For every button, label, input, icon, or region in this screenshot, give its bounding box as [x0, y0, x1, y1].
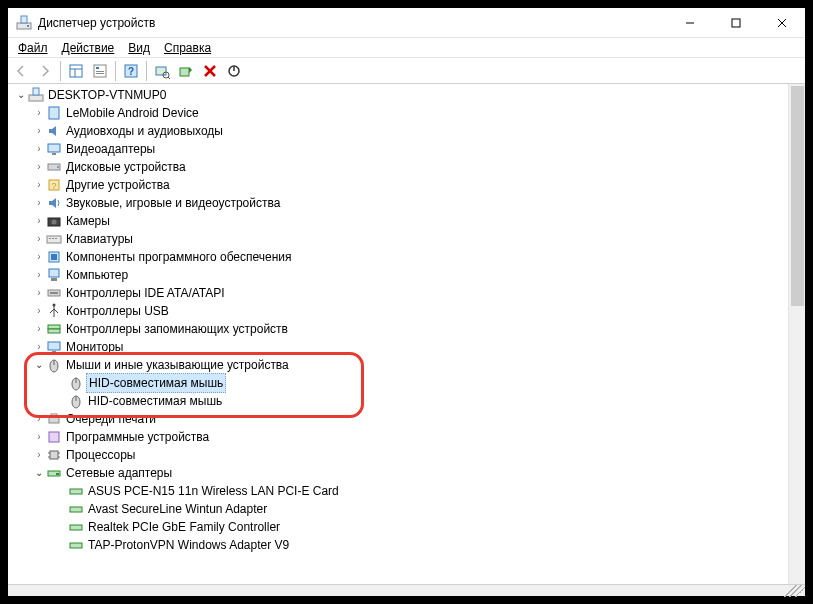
svg-rect-43 [50, 292, 58, 294]
tree-label: LeMobile Android Device [66, 104, 199, 122]
tree-category[interactable]: ›Контроллеры запоминающих устройств [10, 320, 788, 338]
device-tree[interactable]: ⌄ DESKTOP-VTNMUP0 ›LeMobile Android Devi… [8, 84, 788, 584]
vertical-scrollbar[interactable] [788, 84, 805, 584]
chevron-down-icon[interactable]: ⌄ [32, 464, 46, 482]
chevron-right-icon[interactable]: › [32, 140, 46, 158]
titlebar[interactable]: Диспетчер устройств [8, 8, 805, 38]
svg-rect-35 [49, 238, 51, 239]
tree-category[interactable]: ›Камеры [10, 212, 788, 230]
tree-label: Компьютер [66, 266, 128, 284]
svg-rect-36 [52, 238, 54, 239]
tree-category-network[interactable]: ⌄Сетевые адаптеры [10, 464, 788, 482]
tree-category-mice[interactable]: ⌄Мыши и иные указывающие устройства [10, 356, 788, 374]
tree-category[interactable]: ›Очереди печати [10, 410, 788, 428]
disable-button[interactable] [223, 60, 245, 82]
chevron-right-icon[interactable]: › [32, 230, 46, 248]
tree-item[interactable]: ASUS PCE-N15 11n Wireless LAN PCI-E Card [10, 482, 788, 500]
usb-icon [46, 303, 62, 319]
tree-category[interactable]: ›Компоненты программного обеспечения [10, 248, 788, 266]
tree-item[interactable]: HID-совместимая мышь [10, 392, 788, 410]
svg-rect-37 [55, 238, 57, 239]
monitor-icon [46, 339, 62, 355]
tree-category[interactable]: ›Клавиатуры [10, 230, 788, 248]
svg-rect-34 [47, 236, 61, 243]
tree-category[interactable]: ›Компьютер [10, 266, 788, 284]
menu-action[interactable]: Действие [56, 39, 121, 57]
tree-category[interactable]: ›Мониторы [10, 338, 788, 356]
tree-label: TAP-ProtonVPN Windows Adapter V9 [88, 536, 289, 554]
tree-root[interactable]: ⌄ DESKTOP-VTNMUP0 [10, 86, 788, 104]
tree-category[interactable]: ›Контроллеры IDE ATA/ATAPI [10, 284, 788, 302]
chevron-right-icon[interactable]: › [32, 410, 46, 428]
chevron-right-icon[interactable]: › [32, 320, 46, 338]
chevron-right-icon[interactable]: › [32, 122, 46, 140]
chevron-right-icon[interactable]: › [32, 266, 46, 284]
chevron-right-icon[interactable]: › [32, 428, 46, 446]
chevron-right-icon[interactable]: › [32, 176, 46, 194]
chevron-right-icon[interactable]: › [32, 302, 46, 320]
tree-category[interactable]: ›Звуковые, игровые и видеоустройства [10, 194, 788, 212]
menu-view[interactable]: Вид [122, 39, 156, 57]
show-hidden-button[interactable] [65, 60, 87, 82]
tree-label: Avast SecureLine Wintun Adapter [88, 500, 267, 518]
toolbar-separator [115, 61, 116, 81]
uninstall-button[interactable] [199, 60, 221, 82]
chevron-right-icon[interactable]: › [32, 248, 46, 266]
properties-button[interactable] [89, 60, 111, 82]
tree-item-selected[interactable]: HID-совместимая мышь [10, 374, 788, 392]
tree-item[interactable]: TAP-ProtonVPN Windows Adapter V9 [10, 536, 788, 554]
forward-button[interactable] [34, 60, 56, 82]
svg-rect-55 [49, 417, 59, 423]
chevron-right-icon[interactable]: › [32, 194, 46, 212]
resize-grip[interactable] [781, 585, 805, 597]
svg-rect-66 [70, 507, 82, 512]
svg-rect-68 [70, 543, 82, 548]
minimize-button[interactable] [667, 8, 713, 38]
svg-rect-46 [48, 329, 60, 333]
chevron-right-icon[interactable]: › [32, 158, 46, 176]
tree-category[interactable]: ›?Другие устройства [10, 176, 788, 194]
tree-category[interactable]: ›Контроллеры USB [10, 302, 788, 320]
content-area: ⌄ DESKTOP-VTNMUP0 ›LeMobile Android Devi… [8, 84, 805, 584]
keyboard-icon [46, 231, 62, 247]
tree-label: Контроллеры запоминающих устройств [66, 320, 288, 338]
chevron-right-icon[interactable]: › [32, 284, 46, 302]
menu-help[interactable]: Справка [158, 39, 217, 57]
chevron-right-icon[interactable]: › [32, 104, 46, 122]
camera-icon [46, 213, 62, 229]
help-button[interactable]: ? [120, 60, 142, 82]
svg-rect-11 [96, 67, 99, 69]
update-driver-button[interactable] [175, 60, 197, 82]
tree-label: HID-совместимая мышь [86, 373, 226, 393]
tree-category[interactable]: ›Дисковые устройства [10, 158, 788, 176]
tree-item[interactable]: Realtek PCIe GbE Family Controller [10, 518, 788, 536]
network-icon [68, 537, 84, 553]
display-icon [46, 141, 62, 157]
menu-file[interactable]: Файл [12, 39, 54, 57]
close-button[interactable] [759, 8, 805, 38]
svg-point-44 [53, 304, 56, 307]
back-button[interactable] [10, 60, 32, 82]
svg-rect-48 [52, 351, 56, 353]
tree-category[interactable]: ›Программные устройства [10, 428, 788, 446]
scrollbar-thumb[interactable] [791, 86, 804, 306]
chevron-right-icon[interactable]: › [32, 338, 46, 356]
tree-label: Звуковые, игровые и видеоустройства [66, 194, 280, 212]
tree-label: Мыши и иные указывающие устройства [66, 356, 289, 374]
tree-item[interactable]: Avast SecureLine Wintun Adapter [10, 500, 788, 518]
svg-rect-7 [70, 65, 82, 77]
network-icon [68, 501, 84, 517]
chevron-down-icon[interactable]: ⌄ [32, 356, 46, 374]
network-icon [46, 465, 62, 481]
maximize-button[interactable] [713, 8, 759, 38]
svg-rect-41 [51, 278, 57, 281]
chevron-right-icon[interactable]: › [32, 212, 46, 230]
chevron-right-icon[interactable]: › [32, 446, 46, 464]
scan-hardware-button[interactable] [151, 60, 173, 82]
tree-category[interactable]: ›Процессоры [10, 446, 788, 464]
tree-category[interactable]: ›Видеоадаптеры [10, 140, 788, 158]
svg-rect-12 [96, 71, 104, 72]
tree-category[interactable]: ›LeMobile Android Device [10, 104, 788, 122]
chevron-down-icon[interactable]: ⌄ [14, 86, 28, 104]
tree-category[interactable]: ›Аудиовходы и аудиовыходы [10, 122, 788, 140]
